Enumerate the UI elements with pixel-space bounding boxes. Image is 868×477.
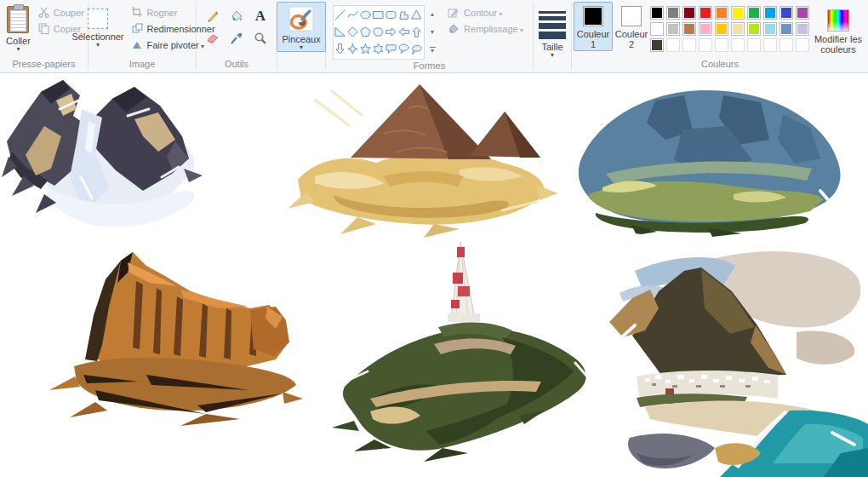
palette-swatch[interactable] xyxy=(779,6,793,20)
palette-swatch[interactable] xyxy=(779,22,793,36)
select-button[interactable]: Sélectionner xyxy=(66,2,128,49)
shapes-more-button[interactable]: ▼ xyxy=(426,41,438,59)
edit-colors-label: Modifier les couleurs xyxy=(811,34,865,55)
group-image: Sélectionner Rogner xyxy=(89,0,196,72)
text-tool-button[interactable]: A xyxy=(250,6,271,26)
shape-star-4[interactable] xyxy=(346,41,359,57)
shapes-scroll-up-button[interactable]: ▲ xyxy=(426,5,438,23)
group-colors: Couleur 1 Couleur 2 Modifier les couleur… xyxy=(572,0,868,72)
palette-empty-swatch[interactable] xyxy=(779,38,793,52)
outline-button[interactable]: Contour xyxy=(445,4,526,20)
palette-swatch[interactable] xyxy=(731,6,745,20)
shape-arrow-left[interactable] xyxy=(397,24,410,40)
palette-custom-swatch[interactable] xyxy=(650,38,664,52)
palette-swatch[interactable] xyxy=(682,22,696,36)
color2-swatch xyxy=(621,6,642,26)
palette-empty-swatch[interactable] xyxy=(666,38,680,52)
brushes-button[interactable]: Pinceaux xyxy=(277,2,325,52)
colors-group-label: Couleurs xyxy=(701,58,739,72)
palette-swatch[interactable] xyxy=(666,22,680,36)
palette-empty-swatch[interactable] xyxy=(682,38,696,52)
color1-button[interactable]: Couleur 1 xyxy=(574,2,613,51)
palette-swatch[interactable] xyxy=(715,22,728,36)
group-brushes: Pinceaux xyxy=(277,0,325,72)
outline-label: Contour xyxy=(464,8,502,18)
painting-pyramids xyxy=(281,74,562,242)
group-size: Taille xyxy=(534,0,571,72)
select-dropdown-arrow-icon[interactable] xyxy=(96,42,100,48)
palette-empty-swatch[interactable] xyxy=(731,38,745,52)
shapes-gallery xyxy=(333,5,425,60)
palette-swatch[interactable] xyxy=(731,22,745,36)
copy-icon xyxy=(38,23,49,34)
paste-button[interactable]: Coller xyxy=(1,2,36,54)
palette-swatch[interactable] xyxy=(666,6,680,20)
shapes-scroll-down-button[interactable]: ▼ xyxy=(426,23,438,41)
palette-swatch[interactable] xyxy=(747,6,761,20)
shapes-group-label: Formes xyxy=(414,60,445,72)
palette-empty-swatch[interactable] xyxy=(763,38,777,52)
line-size-icon xyxy=(539,6,566,39)
shape-curve[interactable] xyxy=(346,7,359,23)
shape-triangle[interactable] xyxy=(410,7,423,23)
palette-swatch[interactable] xyxy=(796,22,809,36)
group-shapes: ▲ ▼ ▼ Contour Remplissage xyxy=(326,0,533,72)
eraser-tool-button[interactable] xyxy=(203,28,223,49)
shape-callout-cloud[interactable] xyxy=(410,41,423,57)
shape-rounded-rectangle[interactable] xyxy=(385,7,397,23)
size-button[interactable]: Taille xyxy=(534,2,571,60)
color-palette xyxy=(650,2,810,53)
shape-right-triangle[interactable] xyxy=(334,24,346,40)
tools-group-label: Outils xyxy=(225,58,248,72)
palette-empty-swatch[interactable] xyxy=(747,38,761,52)
color2-button[interactable]: Couleur 2 xyxy=(613,2,650,51)
shape-pentagon[interactable] xyxy=(359,24,372,40)
shape-arrow-right[interactable] xyxy=(385,24,397,40)
shape-star-6[interactable] xyxy=(372,41,385,57)
shape-callout-oval[interactable] xyxy=(397,41,410,57)
palette-swatch[interactable] xyxy=(747,22,761,36)
shape-diamond[interactable] xyxy=(346,24,359,40)
palette-swatch[interactable] xyxy=(763,6,777,20)
shape-arrow-down[interactable] xyxy=(334,41,346,57)
fill-tool-button[interactable] xyxy=(226,6,247,26)
palette-swatch[interactable] xyxy=(650,22,664,36)
pencil-icon xyxy=(206,9,220,23)
shape-callout-rounded[interactable] xyxy=(385,41,397,57)
palette-swatch[interactable] xyxy=(682,6,696,20)
palette-empty-swatch[interactable] xyxy=(715,38,728,52)
paste-dropdown-arrow-icon[interactable] xyxy=(16,46,20,52)
pencil-tool-button[interactable] xyxy=(203,6,223,26)
shape-fill-button[interactable]: Remplissage xyxy=(445,20,526,37)
drawing-canvas[interactable] xyxy=(0,73,868,477)
palette-swatch[interactable] xyxy=(715,6,728,20)
painting-coastal-bay xyxy=(585,240,868,477)
ribbon: Coller Couper xyxy=(0,0,868,73)
palette-empty-swatch[interactable] xyxy=(699,38,712,52)
palette-swatch[interactable] xyxy=(699,6,712,20)
select-rectangle-icon xyxy=(88,9,108,29)
fill-bucket-icon xyxy=(230,9,243,23)
color2-label: Couleur 2 xyxy=(614,29,649,49)
palette-swatch[interactable] xyxy=(699,22,712,36)
shape-rectangle[interactable] xyxy=(372,7,385,23)
palette-swatch[interactable] xyxy=(650,6,664,20)
shape-hexagon[interactable] xyxy=(372,24,385,40)
shape-arrow-up[interactable] xyxy=(410,24,423,40)
shape-ellipse[interactable] xyxy=(359,7,372,23)
palette-empty-swatch[interactable] xyxy=(796,38,809,52)
magnifier-tool-button[interactable] xyxy=(250,28,271,49)
palette-swatch[interactable] xyxy=(796,6,809,20)
shape-polygon[interactable] xyxy=(397,7,410,23)
shape-star-5[interactable] xyxy=(359,41,372,57)
edit-colors-button[interactable]: Modifier les couleurs xyxy=(810,2,866,56)
outline-icon xyxy=(448,7,460,19)
eyedropper-tool-button[interactable] xyxy=(226,28,247,49)
shape-line[interactable] xyxy=(334,7,346,23)
palette-swatch[interactable] xyxy=(763,22,777,36)
painting-blue-green-mountain xyxy=(555,80,859,242)
paste-clipboard-icon xyxy=(7,6,29,33)
group-tools: A xyxy=(197,0,277,72)
size-dropdown-arrow-icon[interactable] xyxy=(551,52,554,58)
brushes-dropdown-arrow-icon[interactable] xyxy=(300,44,303,50)
